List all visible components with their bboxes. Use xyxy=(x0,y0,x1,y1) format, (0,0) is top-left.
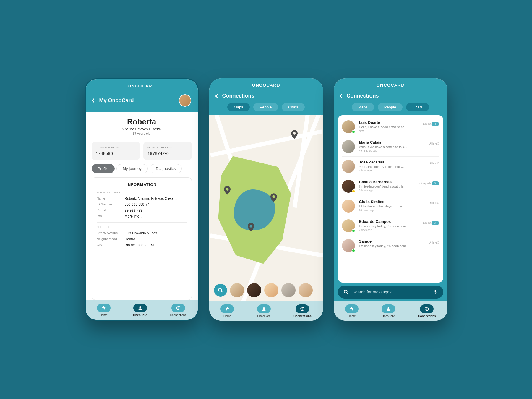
back-icon[interactable] xyxy=(215,94,219,98)
chat-item[interactable]: Samuel I'm not okay today, it's been com… xyxy=(342,236,439,255)
chat-time: 49 minutes ago xyxy=(359,149,424,152)
tab-people[interactable]: People xyxy=(253,103,278,111)
back-icon[interactable] xyxy=(91,98,95,103)
chat-item[interactable]: Luis Duarte Hello, I have a good news to… xyxy=(342,117,439,137)
person-avatar[interactable] xyxy=(264,283,278,297)
person-avatar[interactable] xyxy=(299,283,313,297)
map-search-button[interactable] xyxy=(214,284,227,297)
chat-status: Offline xyxy=(429,140,439,145)
tab-chats[interactable]: Chats xyxy=(406,103,429,111)
info-panel: INFORMATION PERSONAL DATA NameRoberta Vi… xyxy=(92,177,192,300)
search-icon xyxy=(343,289,349,295)
search-icon xyxy=(218,287,223,293)
map[interactable] xyxy=(209,115,323,301)
chat-time: Now xyxy=(359,129,419,132)
chat-name: Samuel xyxy=(359,239,424,244)
nav-oncocard[interactable]: OncoCard xyxy=(133,304,147,317)
phone-chats: ONCOCARD Connections Maps People Chats L… xyxy=(334,78,447,321)
home-icon xyxy=(349,306,354,311)
profile-age: 37 years old xyxy=(86,132,198,135)
search-input[interactable] xyxy=(353,290,429,294)
chat-item[interactable]: Camila Bernardes I'm feeling confidend a… xyxy=(342,176,439,196)
chat-list: Luis Duarte Hello, I have a good news to… xyxy=(338,115,443,283)
nav-home[interactable]: Home xyxy=(97,304,111,317)
svg-rect-6 xyxy=(434,290,436,293)
map-pin-icon[interactable] xyxy=(270,193,277,202)
svg-point-0 xyxy=(140,306,141,308)
avatar xyxy=(342,200,355,213)
svg-point-3 xyxy=(263,307,265,309)
nav-connections[interactable]: Connections xyxy=(293,304,312,318)
medical-card: MEDICAL RECORD 1978742-6 xyxy=(143,142,192,160)
tab-maps[interactable]: Maps xyxy=(352,103,374,111)
globe-icon xyxy=(176,306,181,310)
chat-preview: Hello, I have a good news to sh… xyxy=(359,125,419,129)
chat-name: José Zacarias xyxy=(359,160,424,164)
nav-oncocard[interactable]: OncoCard xyxy=(257,304,271,318)
avatar xyxy=(342,140,355,153)
back-icon[interactable] xyxy=(339,94,343,98)
chat-name: Camila Bernardes xyxy=(359,180,416,184)
chat-preview: I'm not okay today, it's been com xyxy=(359,224,419,228)
tab-chats[interactable]: Chats xyxy=(282,103,305,111)
globe-icon xyxy=(300,306,305,311)
tab-diagnostics[interactable]: Diagnostics xyxy=(150,164,182,173)
page-header: My OncoCard xyxy=(86,91,198,112)
tab-maps[interactable]: Maps xyxy=(227,103,250,111)
chat-time: 2 days ago xyxy=(359,228,419,231)
person-avatar[interactable] xyxy=(281,283,296,297)
svg-point-5 xyxy=(344,290,347,293)
profile-summary: Roberta Vitorino Esteves Oliveira 37 yea… xyxy=(86,112,198,139)
map-pin-icon[interactable] xyxy=(248,223,254,232)
brand-bar: ONCOCARD xyxy=(209,78,323,90)
chat-item[interactable]: Eduardo Campos I'm not okay today, it's … xyxy=(342,216,439,236)
register-card: REGISTER NUMBER 1748596 xyxy=(92,142,140,160)
tab-people[interactable]: People xyxy=(378,103,403,111)
page-header: Connections xyxy=(334,90,447,103)
chat-preview: I'm not okay today, it's been com xyxy=(359,244,424,248)
phone-oncocard: ONCOCARD My OncoCard Roberta Vitorino Es… xyxy=(85,78,199,321)
bottom-nav: Home OncoCard Connections xyxy=(334,301,447,321)
map-pin-icon[interactable] xyxy=(291,130,298,139)
mic-icon[interactable] xyxy=(433,289,438,295)
map-pin-icon[interactable] xyxy=(224,186,231,195)
chat-name: Maria Calais xyxy=(359,140,424,145)
nav-home[interactable]: Home xyxy=(345,304,359,318)
chat-name: Eduardo Campos xyxy=(359,219,419,224)
page-title: My OncoCard xyxy=(99,98,134,104)
nav-home[interactable]: Home xyxy=(220,304,234,318)
phone-maps: ONCOCARD Connections Maps People Chats xyxy=(209,78,323,321)
chat-status: Offline xyxy=(429,200,439,205)
avatar xyxy=(342,219,355,232)
profile-name: Roberta xyxy=(86,117,198,126)
user-icon xyxy=(386,306,391,311)
svg-point-2 xyxy=(218,288,221,291)
tab-journey[interactable]: My journey xyxy=(116,164,148,173)
brand-bar: ONCOCARD xyxy=(86,79,198,91)
chat-status: Online xyxy=(429,239,439,244)
chat-status: Ocupada9 xyxy=(419,180,439,185)
person-avatar[interactable] xyxy=(247,283,261,297)
message-search[interactable] xyxy=(338,286,443,299)
bottom-nav: Home OncoCard Connections xyxy=(86,300,198,320)
avatar xyxy=(342,180,355,193)
nav-oncocard[interactable]: OncoCard xyxy=(382,304,395,318)
chat-item[interactable]: Giulia Simões I'll be there in two days … xyxy=(342,196,439,216)
nav-connections[interactable]: Connections xyxy=(418,304,436,318)
chat-name: Giulia Simões xyxy=(359,200,424,204)
globe-icon xyxy=(424,306,429,311)
chat-name: Luis Duarte xyxy=(359,120,419,125)
page-title: Connections xyxy=(347,93,379,99)
chat-item[interactable]: Maria Calais What if we have a coffee to… xyxy=(342,137,439,156)
chat-item[interactable]: José Zacarias Yeah, the jounery is long … xyxy=(342,156,439,176)
chat-preview: Yeah, the jounery is long but w… xyxy=(359,165,424,168)
chat-time: 1 hour ago xyxy=(359,169,424,172)
bottom-nav: Home OncoCard Connections xyxy=(209,301,323,321)
nav-connections[interactable]: Connections xyxy=(170,304,186,317)
person-avatar[interactable] xyxy=(230,283,244,297)
chat-status: Online4 xyxy=(423,120,439,126)
avatar[interactable] xyxy=(179,94,191,107)
user-icon xyxy=(138,306,142,310)
chat-preview: I'll be there in two days for my… xyxy=(359,205,424,208)
tab-profile[interactable]: Profile xyxy=(92,164,115,173)
